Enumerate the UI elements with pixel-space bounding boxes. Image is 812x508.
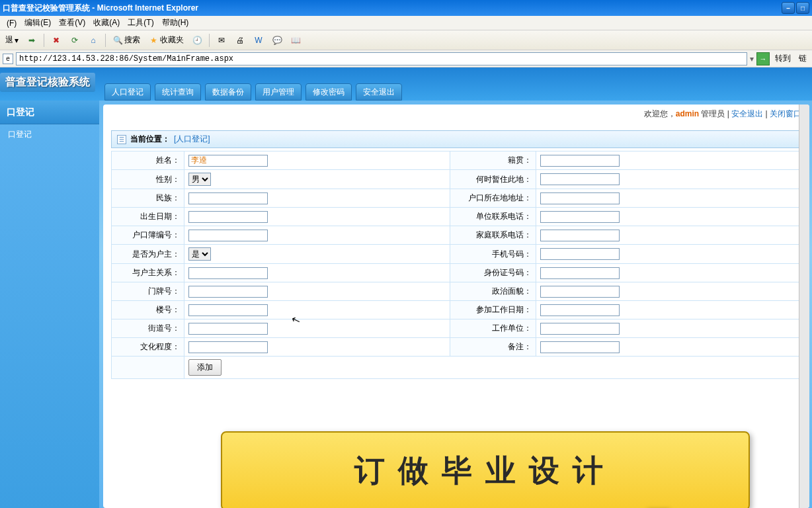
- label-temp-residence: 何时暂住此地：: [450, 170, 536, 189]
- mail-icon: ✉: [216, 35, 227, 46]
- input-hukou-book-no[interactable]: [188, 230, 268, 241]
- tab-safe-exit[interactable]: 安全退出: [356, 83, 402, 101]
- form-table: 姓名： 籍贯： 性别： 男 何时暂住此地： 民族： 户口所在地地: [111, 151, 801, 379]
- input-native-place[interactable]: [540, 155, 620, 167]
- menu-tools[interactable]: 工具(T): [124, 16, 157, 30]
- favorites-button[interactable]: ★收藏夹: [145, 33, 186, 47]
- label-home-phone: 家庭联系电话：: [450, 226, 536, 245]
- label-work-start-date: 参加工作日期：: [450, 301, 536, 319]
- input-work-unit[interactable]: [540, 323, 620, 335]
- input-home-phone[interactable]: [540, 230, 620, 241]
- input-birthdate[interactable]: [188, 211, 268, 223]
- input-door-no[interactable]: [188, 286, 268, 298]
- links-label[interactable]: 链: [796, 53, 809, 64]
- tab-change-password[interactable]: 修改密码: [305, 83, 352, 101]
- input-ethnicity[interactable]: [188, 192, 268, 204]
- input-hukou-address[interactable]: [540, 192, 620, 204]
- vertical-scrollbar[interactable]: [799, 105, 809, 508]
- tab-data-backup[interactable]: 数据备份: [205, 83, 251, 101]
- menu-favorites[interactable]: 收藏(A): [89, 16, 124, 30]
- history-button[interactable]: 🕘: [189, 34, 205, 47]
- welcome-role: 管理员: [701, 109, 725, 118]
- edit-button[interactable]: W: [251, 34, 266, 47]
- app-frame: 普查登记核验系统 人口登记 统计查询 数据备份 用户管理 修改密码 安全退出 口…: [0, 67, 812, 508]
- input-education[interactable]: [188, 341, 268, 353]
- home-icon: ⌂: [88, 35, 99, 46]
- label-hukou-book-no: 户口簿编号：: [112, 226, 184, 245]
- label-street-no: 街道号：: [112, 319, 184, 338]
- input-temp-residence[interactable]: [540, 173, 620, 185]
- label-building-no: 楼号：: [112, 301, 184, 319]
- back-button[interactable]: 退 ▾: [3, 33, 21, 47]
- search-button[interactable]: 🔍搜索: [110, 33, 143, 47]
- discuss-icon: 💬: [272, 35, 282, 46]
- select-gender[interactable]: 男: [188, 173, 211, 186]
- stop-button[interactable]: ✖: [48, 34, 64, 47]
- label-birthdate: 出生日期：: [112, 208, 184, 226]
- add-button[interactable]: 添加: [188, 359, 222, 376]
- go-label: 转到: [772, 53, 793, 64]
- welcome-user: admin: [676, 109, 699, 118]
- breadcrumb-label: 当前位置：: [130, 134, 170, 145]
- research-button[interactable]: 📖: [288, 34, 304, 47]
- search-icon: 🔍: [112, 35, 123, 46]
- sidebar-item-population-register[interactable]: 口登记: [0, 124, 99, 144]
- go-button[interactable]: →: [756, 52, 770, 65]
- app-header: 普查登记核验系统 人口登记 统计查询 数据备份 用户管理 修改密码 安全退出: [0, 67, 812, 101]
- label-political-status: 政治面貌：: [450, 282, 536, 301]
- print-icon: 🖨: [235, 35, 245, 46]
- welcome-bar: 欢迎您，admin 管理员 | 安全退出 | 关闭窗口: [103, 105, 809, 124]
- input-relation-householder[interactable]: [188, 267, 268, 279]
- sidebar-header: 口登记: [0, 101, 99, 124]
- star-icon: ★: [148, 35, 159, 46]
- input-political-status[interactable]: [540, 286, 620, 298]
- mail-button[interactable]: ✉: [214, 34, 229, 47]
- label-door-no: 门牌号：: [112, 282, 184, 301]
- print-button[interactable]: 🖨: [232, 34, 248, 47]
- input-street-no[interactable]: [188, 323, 268, 335]
- address-bar: e ▾ → 转到 链: [0, 50, 812, 67]
- breadcrumb-link[interactable]: [人口登记]: [174, 134, 210, 145]
- url-input[interactable]: [16, 52, 747, 65]
- refresh-button[interactable]: ⟳: [67, 34, 83, 47]
- maximize-button[interactable]: □: [796, 2, 809, 14]
- menu-view[interactable]: 查看(V): [55, 16, 89, 30]
- tab-population-register[interactable]: 人口登记: [104, 83, 151, 101]
- label-relation-householder: 与户主关系：: [112, 264, 184, 282]
- stop-icon: ✖: [51, 35, 61, 46]
- input-work-start-date[interactable]: [540, 304, 620, 316]
- label-hukou-address: 户口所在地地址：: [450, 189, 536, 208]
- discuss-button[interactable]: 💬: [269, 34, 285, 47]
- word-icon: W: [253, 35, 264, 46]
- input-mobile[interactable]: [540, 248, 620, 260]
- input-id-number[interactable]: [540, 267, 620, 279]
- refresh-icon: ⟳: [69, 35, 80, 46]
- breadcrumb: ☰ 当前位置：[人口登记]: [111, 130, 801, 148]
- link-safe-exit[interactable]: 安全退出: [731, 109, 763, 118]
- minimize-button[interactable]: –: [782, 2, 795, 14]
- label-ethnicity: 民族：: [112, 189, 184, 208]
- window-title: 口普查登记校验管理系统 - Microsoft Internet Explore…: [3, 3, 782, 14]
- label-mobile: 手机号码：: [450, 245, 536, 264]
- input-building-no[interactable]: [188, 304, 268, 316]
- link-close-window[interactable]: 关闭窗口: [770, 109, 801, 118]
- label-gender: 性别：: [112, 170, 184, 189]
- sidebar: 口登记 口登记: [0, 101, 99, 508]
- tab-stat-query[interactable]: 统计查询: [155, 83, 201, 101]
- input-work-phone[interactable]: [540, 211, 620, 223]
- welcome-greeting: 欢迎您，: [644, 109, 676, 118]
- menu-bar: (F) 编辑(E) 查看(V) 收藏(A) 工具(T) 帮助(H): [0, 16, 812, 30]
- home-button[interactable]: ⌂: [85, 34, 101, 47]
- select-is-householder[interactable]: 是: [188, 247, 211, 261]
- input-name[interactable]: [188, 155, 268, 167]
- tab-user-mgmt[interactable]: 用户管理: [255, 83, 302, 101]
- app-tabs: 人口登记 统计查询 数据备份 用户管理 修改密码 安全退出: [104, 83, 402, 101]
- input-remarks[interactable]: [540, 341, 620, 353]
- menu-file[interactable]: (F): [3, 17, 20, 29]
- label-remarks: 备注：: [450, 338, 536, 357]
- menu-help[interactable]: 帮助(H): [158, 16, 193, 30]
- forward-button[interactable]: ➡: [24, 34, 40, 47]
- label-native-place: 籍贯：: [450, 151, 536, 170]
- menu-edit[interactable]: 编辑(E): [20, 16, 55, 30]
- label-work-unit: 工作单位：: [450, 319, 536, 338]
